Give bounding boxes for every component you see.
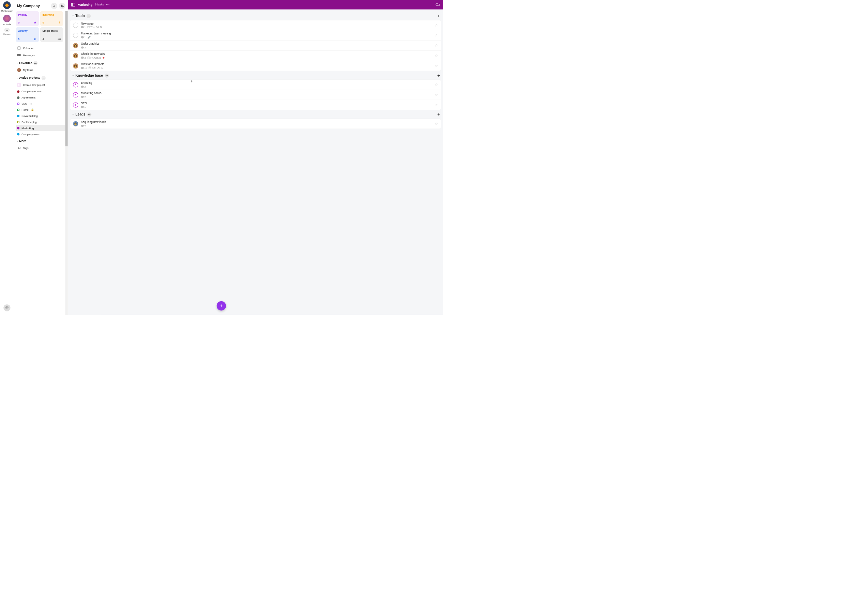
- chevron-down-icon[interactable]: ▼: [72, 113, 74, 115]
- project-item[interactable]: Marketing: [16, 125, 66, 131]
- task-add-circle[interactable]: +: [73, 102, 78, 107]
- task-row[interactable]: 👨 Acquiring new leads 4 ☆: [70, 119, 441, 129]
- comment-count: 3: [81, 46, 86, 49]
- task-body: Gifts for customers 10 Tue, Oct 22: [81, 63, 433, 69]
- star-button[interactable]: ☆: [435, 122, 438, 126]
- section-add-button[interactable]: +: [437, 112, 440, 117]
- task-content: ▼ To-do ••• + New page 1 Thu, Oct 24 ☆ M…: [68, 9, 443, 315]
- section-add-button[interactable]: +: [437, 13, 440, 19]
- sidebar-link-messages[interactable]: Messages: [16, 52, 66, 58]
- comment-icon: [81, 46, 84, 49]
- sidebar-scroll[interactable]: Priority 0 ★ Incoming 6 ⬇ Activity 5: [14, 11, 68, 315]
- task-title: Acquiring new leads: [81, 121, 433, 124]
- task-list: + Branding 2 ☆+ Marketing books 5 ☆+ SEO…: [70, 80, 441, 110]
- task-meta: 1: [81, 105, 433, 108]
- section-more-button[interactable]: •••: [87, 14, 91, 18]
- task-add-circle[interactable]: +: [73, 82, 78, 87]
- comment-count: 5: [81, 96, 86, 98]
- favorites-my-tasks[interactable]: My tasks: [16, 66, 66, 73]
- section-header: ▼ Knowledge base ••• +: [68, 71, 443, 79]
- card-count: 6: [42, 21, 44, 24]
- star-button[interactable]: ☆: [435, 23, 438, 27]
- card-priority[interactable]: Priority 0 ★: [16, 11, 39, 26]
- more-button[interactable]: •••: [42, 76, 46, 80]
- star-button[interactable]: ☆: [435, 33, 438, 38]
- calendar-icon: [89, 67, 91, 69]
- comment-count: 3: [81, 56, 86, 59]
- section-active-projects[interactable]: ▼ Active projects •••: [16, 74, 66, 82]
- task-checkbox[interactable]: [73, 22, 78, 28]
- assignee-avatar: 👩: [73, 53, 78, 58]
- comment-icon: [81, 36, 84, 38]
- chevron-down-icon[interactable]: ▼: [72, 15, 74, 17]
- globe-button[interactable]: [3, 304, 10, 311]
- task-row[interactable]: + SEO 1 ☆: [70, 100, 441, 110]
- section-more[interactable]: ▼ More: [16, 137, 66, 145]
- project-item[interactable]: Agreements: [16, 94, 66, 101]
- task-row[interactable]: Marketing team meeting 1🎤 ☆: [70, 30, 441, 41]
- project-label: Agreements: [22, 96, 35, 99]
- project-item[interactable]: Bookkeeping: [16, 119, 66, 125]
- section-title: Active projects: [19, 76, 40, 80]
- card-single-tasks[interactable]: Single tasks 4 ●●●: [40, 27, 63, 42]
- scrollbar-arrow-up[interactable]: [65, 11, 68, 14]
- search-button[interactable]: [51, 3, 57, 9]
- comment-count: 2: [81, 85, 86, 88]
- star-button[interactable]: ☆: [435, 53, 438, 58]
- workspace-mynozbe[interactable]: My Nozbe: [3, 15, 11, 25]
- task-row[interactable]: 👩 Order graphics 3 ☆: [70, 41, 441, 51]
- project-item[interactable]: Company reunion: [16, 89, 66, 95]
- task-row[interactable]: 👩 Gifts for customers 10 Tue, Oct 22 ☆: [70, 61, 441, 71]
- card-activity[interactable]: Activity 5: [16, 27, 39, 42]
- manage-label: Manage: [3, 33, 10, 35]
- star-button[interactable]: ☆: [435, 93, 438, 97]
- task-title: Gifts for customers: [81, 63, 433, 66]
- task-checkbox[interactable]: [73, 33, 78, 38]
- star-button[interactable]: ☆: [435, 103, 438, 107]
- chevron-down-icon[interactable]: ▼: [72, 74, 74, 76]
- project-item[interactable]: Home🔒: [16, 107, 66, 113]
- add-task-fab[interactable]: +: [217, 301, 226, 311]
- task-row[interactable]: 👩 Check the new ads 3 Fri, Oct 25✱ ☆: [70, 51, 441, 61]
- search-filter-button[interactable]: [436, 3, 440, 6]
- section-more-button[interactable]: •••: [105, 73, 109, 77]
- task-add-circle[interactable]: +: [73, 92, 78, 97]
- star-button[interactable]: ☆: [435, 82, 438, 86]
- section-favorites[interactable]: ▼ Favorites •••: [16, 58, 66, 67]
- project-item[interactable]: SEO◔: [16, 101, 66, 107]
- create-project-button[interactable]: + Create new project: [16, 82, 66, 88]
- star-button[interactable]: ☆: [435, 43, 438, 47]
- task-body: Marketing team meeting 1🎤: [81, 32, 433, 39]
- task-meta: 5: [81, 96, 433, 98]
- project-color-dot: [17, 102, 19, 105]
- scrollbar-thumb[interactable]: [65, 14, 68, 146]
- project-item[interactable]: Nova Building: [16, 113, 66, 119]
- card-title: Single tasks: [42, 29, 61, 32]
- section-title: More: [19, 140, 26, 143]
- workspace-manage[interactable]: ••• Manage: [3, 28, 10, 35]
- plus-icon: +: [220, 303, 223, 309]
- settings-button[interactable]: [59, 3, 65, 9]
- card-incoming[interactable]: Incoming 6 ⬇: [40, 11, 63, 26]
- search-filter-icon: [436, 3, 440, 6]
- task-row[interactable]: + Branding 2 ☆: [70, 80, 441, 90]
- sidebar-tags[interactable]: 🏷 Tags: [16, 145, 66, 151]
- share-icon: ◔: [30, 102, 32, 105]
- task-title: Marketing books: [81, 92, 433, 95]
- workspace-mycompany[interactable]: 🔶 My Company: [2, 2, 13, 12]
- card-count: 4: [42, 38, 44, 41]
- avatar-icon: [17, 68, 21, 72]
- calendar-icon: [88, 26, 90, 28]
- task-row[interactable]: New page 1 Thu, Oct 24 ☆: [70, 20, 441, 30]
- sidebar-link-calendar[interactable]: Calendar: [16, 45, 66, 52]
- section-add-button[interactable]: +: [437, 73, 440, 79]
- task-row[interactable]: + Marketing books 5 ☆: [70, 90, 441, 100]
- more-button[interactable]: •••: [33, 61, 38, 65]
- star-button[interactable]: ☆: [435, 64, 438, 68]
- project-color-dot: [17, 115, 19, 117]
- project-item[interactable]: Company news: [16, 131, 66, 137]
- panel-toggle-icon[interactable]: [71, 3, 75, 6]
- section-more-button[interactable]: •••: [87, 112, 91, 116]
- project-more-button[interactable]: •••: [106, 3, 110, 6]
- globe-icon: [5, 306, 8, 310]
